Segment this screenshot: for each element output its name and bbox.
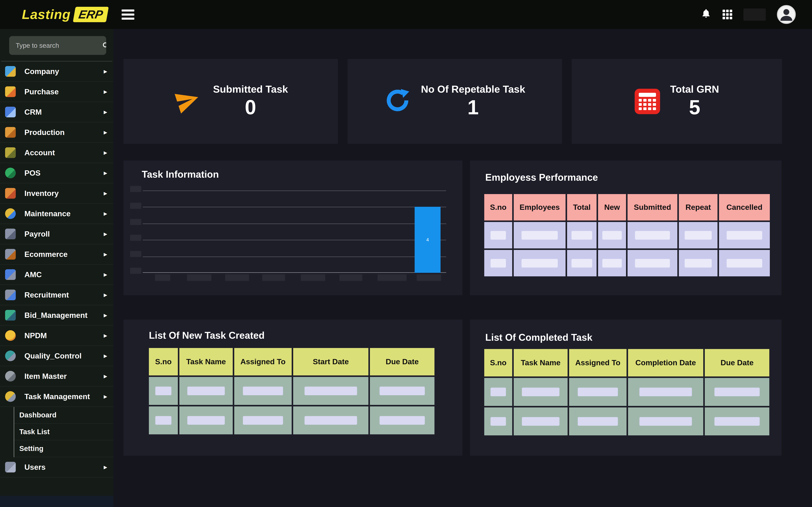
- chevron-right-icon: ▶: [104, 333, 107, 338]
- stat-card-repeatable-task: No Of Repetable Task 1: [347, 59, 562, 144]
- chevron-right-icon: ▶: [104, 130, 107, 135]
- employees-performance-table: S.no Employees Total New Submitted Repea…: [484, 194, 770, 276]
- stat-label: No Of Repetable Task: [421, 83, 525, 95]
- y-tick-redacted: [130, 251, 141, 257]
- x-tick-redacted: [378, 274, 407, 281]
- x-tick-redacted: [301, 274, 325, 281]
- task-information-panel: Task Information 4: [123, 161, 463, 295]
- user-avatar[interactable]: [777, 5, 796, 24]
- sidebar-item-maintenance[interactable]: Maintenance ▶: [0, 204, 113, 224]
- sidebar-item-users[interactable]: Users ▶: [0, 457, 113, 477]
- table-row: [484, 222, 770, 248]
- sidebar: Company ▶ Purchase ▶ CRM ▶ Production ▶ …: [0, 29, 113, 507]
- employees-performance-panel: Employess Performance S.no Employees Tot…: [470, 161, 781, 295]
- sidebar-item-recruitment[interactable]: Recruitment ▶: [0, 285, 113, 305]
- payroll-icon: [5, 229, 16, 239]
- submenu-item-setting[interactable]: Setting: [14, 441, 113, 457]
- sidebar-item-quality-control[interactable]: Quality_Control ▶: [0, 346, 113, 366]
- chevron-right-icon: ▶: [104, 464, 107, 470]
- stat-card-submitted-task: Submitted Task 0: [123, 59, 338, 144]
- chevron-right-icon: ▶: [104, 150, 107, 156]
- sidebar-item-account[interactable]: Account ▶: [0, 143, 113, 163]
- panel-title-task-information: Task Information: [142, 169, 219, 180]
- sidebar-item-purchase[interactable]: Purchase ▶: [0, 82, 113, 102]
- logo-text-primary: Lasting: [22, 7, 71, 22]
- table-header-row: S.no Task Name Assigned To Completion Da…: [484, 349, 769, 377]
- stat-value: 1: [468, 95, 479, 119]
- chevron-right-icon: ▶: [104, 211, 107, 216]
- chevron-right-icon: ▶: [104, 292, 107, 298]
- stat-value: 5: [689, 95, 700, 119]
- chevron-right-icon: ▶: [104, 394, 107, 399]
- chart-x-axis: [143, 272, 446, 273]
- calculator-icon: [635, 89, 660, 114]
- chevron-right-icon: ▶: [104, 313, 107, 318]
- task-management-submenu: Dashboard Task List Setting: [14, 407, 113, 457]
- search-input[interactable]: [9, 42, 102, 49]
- task-management-icon: [5, 391, 16, 402]
- panel-title-new-task: List Of New Task Created: [149, 330, 265, 341]
- sidebar-item-payroll[interactable]: Payroll ▶: [0, 224, 113, 244]
- apps-grid-icon[interactable]: [722, 10, 732, 19]
- table-header-row: S.no Employees Total New Submitted Repea…: [484, 194, 770, 221]
- y-tick-redacted: [130, 235, 141, 241]
- table-row: [484, 407, 769, 435]
- sidebar-item-company[interactable]: Company ▶: [0, 61, 113, 82]
- chevron-right-icon: ▶: [104, 191, 107, 196]
- sidebar-item-item-master[interactable]: Item Master ▶: [0, 366, 113, 387]
- stat-label: Submitted Task: [213, 83, 288, 95]
- company-icon: [5, 66, 16, 77]
- sidebar-item-npdm[interactable]: NPDM ▶: [0, 326, 113, 346]
- main-content: Submitted Task 0 No Of Repetable Task 1 …: [113, 29, 812, 507]
- recruitment-icon: [5, 290, 16, 300]
- crm-icon: [5, 107, 16, 117]
- x-tick-redacted: [262, 274, 285, 281]
- x-tick-redacted: [225, 274, 249, 281]
- submenu-item-task-list[interactable]: Task List: [14, 424, 113, 441]
- chevron-right-icon: ▶: [104, 109, 107, 115]
- logo-text-secondary: ERP: [73, 7, 109, 22]
- table-header-row: S.no Task Name Assigned To Start Date Du…: [149, 348, 434, 376]
- chevron-right-icon: ▶: [104, 170, 107, 176]
- top-navbar: Lasting ERP: [0, 0, 812, 29]
- sidebar-item-amc[interactable]: AMC ▶: [0, 265, 113, 285]
- table-row: [484, 250, 770, 276]
- submenu-item-dashboard[interactable]: Dashboard: [14, 407, 113, 424]
- sidebar-item-bid-management[interactable]: Bid_Management ▶: [0, 305, 113, 326]
- panel-title-employees-performance: Employess Performance: [485, 172, 598, 183]
- bid-management-icon: [5, 310, 16, 321]
- hamburger-menu-icon[interactable]: [122, 9, 134, 20]
- search-icon[interactable]: [102, 36, 106, 55]
- users-icon: [5, 462, 16, 472]
- bell-icon[interactable]: [701, 8, 711, 21]
- purchase-icon: [5, 87, 16, 97]
- table-row: [149, 406, 434, 434]
- chevron-right-icon: ▶: [104, 272, 107, 277]
- chevron-right-icon: ▶: [104, 89, 107, 95]
- x-tick-redacted: [155, 274, 170, 281]
- sidebar-item-inventory[interactable]: Inventory ▶: [0, 183, 113, 204]
- chart-bar[interactable]: 4: [415, 207, 441, 273]
- navbar-right-cluster: [701, 5, 796, 24]
- production-icon: [5, 127, 16, 138]
- sidebar-item-task-management[interactable]: Task Management ▶: [0, 387, 113, 407]
- chevron-right-icon: ▶: [104, 353, 107, 359]
- sidebar-item-pos[interactable]: POS ▶: [0, 163, 113, 183]
- y-tick-redacted: [130, 203, 141, 209]
- table-row: [484, 378, 769, 406]
- sidebar-item-crm[interactable]: CRM ▶: [0, 102, 113, 122]
- sidebar-item-production[interactable]: Production ▶: [0, 122, 113, 143]
- bar-value-label: 4: [426, 237, 429, 242]
- new-task-table: S.no Task Name Assigned To Start Date Du…: [149, 348, 434, 434]
- x-tick-redacted: [417, 274, 441, 281]
- panel-title-completed-task: List Of Completed Task: [485, 332, 592, 343]
- stat-card-total-grn: Total GRN 5: [572, 59, 782, 144]
- app-logo[interactable]: Lasting ERP: [22, 7, 107, 22]
- stat-value: 0: [245, 95, 256, 119]
- sidebar-search: [0, 29, 113, 61]
- amc-icon: [5, 269, 16, 280]
- sidebar-item-ecommerce[interactable]: Ecommerce ▶: [0, 244, 113, 265]
- chevron-right-icon: ▶: [104, 374, 107, 379]
- x-tick-redacted: [187, 274, 211, 281]
- stat-label: Total GRN: [670, 83, 719, 95]
